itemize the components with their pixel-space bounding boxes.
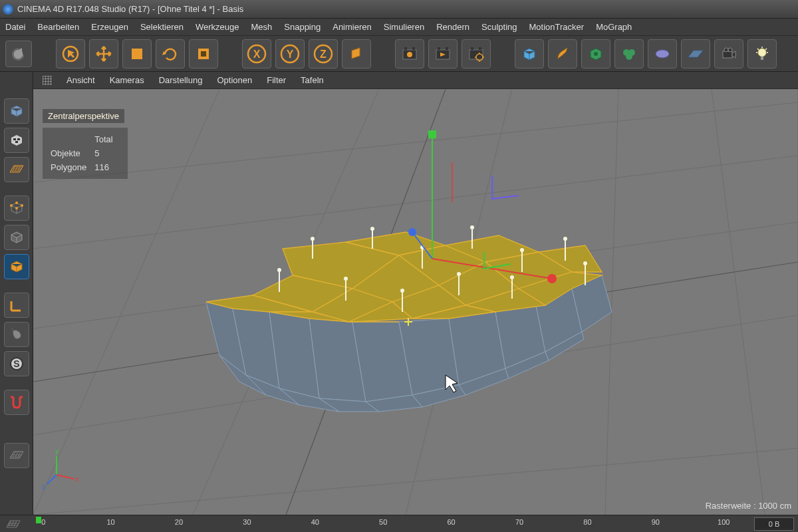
axis-z-button[interactable]: Z	[309, 39, 338, 68]
light-button[interactable]	[747, 39, 777, 68]
svg-point-35	[15, 201, 18, 204]
axis-tool-button[interactable]	[4, 293, 29, 318]
svg-rect-18	[471, 47, 473, 50]
menubar: Datei Bearbeiten Erzeugen Selektieren We…	[0, 19, 798, 36]
model-mode-button[interactable]	[4, 98, 29, 124]
menu-mograph[interactable]: MoGraph	[596, 22, 632, 32]
generator-button[interactable]	[581, 39, 610, 68]
floor-button[interactable]	[681, 39, 710, 68]
grid-size-label: Rasterweite : 1000 cm	[706, 501, 791, 511]
timeline: 0 10 20 30 40 50 60 70 80 90 100 0 B	[0, 515, 798, 532]
primitive-cube-button[interactable]	[515, 39, 544, 68]
window-title: CINEMA 4D R17.048 Studio (R17) - [Ohne T…	[17, 4, 243, 14]
deformer-button[interactable]	[614, 39, 644, 68]
svg-point-68	[564, 237, 567, 240]
snap-button[interactable]	[4, 390, 29, 415]
menu-werkzeuge[interactable]: Werkzeuge	[196, 22, 239, 32]
axis-y-button[interactable]: Y	[275, 39, 305, 68]
svg-point-76	[511, 276, 513, 279]
menu-rendern[interactable]: Rendern	[436, 22, 469, 32]
workplane-mode-button[interactable]	[4, 157, 29, 182]
svg-text:Y: Y	[287, 49, 294, 60]
svg-text:z: z	[42, 483, 45, 491]
menu-animieren[interactable]: Animieren	[332, 22, 372, 32]
menu-sculpting[interactable]: Sculpting	[481, 22, 517, 32]
svg-rect-15	[438, 47, 440, 50]
svg-rect-16	[446, 47, 448, 50]
viewport-menubar: Ansicht Kameras Darstellung Optionen Fil…	[33, 72, 798, 89]
points-mode-button[interactable]	[4, 196, 29, 221]
texture-mode-button[interactable]	[4, 128, 29, 153]
view-menu-darstellung[interactable]: Darstellung	[159, 75, 203, 85]
timeline-grid-icon[interactable]	[0, 519, 27, 529]
svg-rect-26	[723, 51, 732, 58]
svg-line-40	[33, 102, 798, 182]
svg-rect-12	[412, 47, 415, 50]
svg-point-70	[584, 262, 587, 265]
svg-text:X: X	[253, 49, 261, 60]
svg-point-37	[15, 207, 18, 209]
last-tool[interactable]	[189, 39, 218, 68]
menu-bearbeiten[interactable]: Bearbeiten	[37, 22, 79, 32]
menu-selektieren[interactable]: Selektieren	[140, 22, 184, 32]
svg-rect-1	[132, 49, 142, 59]
soft-select-button[interactable]: S	[4, 351, 29, 376]
viewport-grid-icon[interactable]	[43, 76, 52, 85]
render-settings-button[interactable]	[462, 39, 491, 68]
svg-rect-33	[15, 141, 18, 143]
view-menu-kameras[interactable]: Kameras	[110, 75, 144, 85]
viewport-label: Zentralperspektive	[43, 109, 124, 123]
rotate-tool[interactable]	[156, 39, 185, 68]
view-menu-ansicht[interactable]: Ansicht	[66, 75, 95, 85]
svg-line-44	[33, 448, 798, 515]
svg-line-88	[57, 475, 74, 479]
svg-line-49	[712, 89, 765, 515]
menu-mesh[interactable]: Mesh	[251, 22, 272, 32]
svg-point-13	[407, 52, 412, 57]
viewport-stats: Total Objekte5 Polygone116	[43, 128, 128, 179]
svg-text:S: S	[13, 358, 19, 369]
coord-system-button[interactable]	[342, 39, 371, 68]
svg-point-29	[758, 49, 766, 57]
svg-point-28	[728, 48, 732, 52]
axis-x-button[interactable]: X	[242, 39, 271, 68]
menu-motiontracker[interactable]: MotionTracker	[529, 22, 585, 32]
svg-text:Z: Z	[320, 49, 327, 60]
viewport-3d[interactable]: y x z Zentralperspektive Total Objekte5 …	[33, 89, 798, 515]
svg-point-24	[626, 53, 632, 60]
svg-rect-31	[13, 138, 16, 140]
menu-snapping[interactable]: Snapping	[284, 22, 321, 32]
undo-button[interactable]	[5, 41, 32, 67]
scale-tool[interactable]	[122, 39, 152, 68]
edges-mode-button[interactable]	[4, 225, 29, 250]
select-tool[interactable]	[56, 39, 85, 68]
camera-button[interactable]	[714, 39, 743, 68]
svg-rect-11	[404, 47, 407, 50]
menu-simulieren[interactable]: Simulieren	[384, 22, 424, 32]
polygons-mode-button[interactable]	[4, 254, 29, 279]
tweak-tool-button[interactable]	[4, 322, 29, 347]
menu-datei[interactable]: Datei	[5, 22, 25, 32]
move-tool[interactable]	[89, 39, 118, 68]
environment-button[interactable]	[648, 39, 677, 68]
svg-point-72	[458, 273, 460, 275]
menu-erzeugen[interactable]: Erzeugen	[91, 22, 128, 32]
view-menu-optionen[interactable]: Optionen	[217, 75, 252, 85]
render-image-button[interactable]	[395, 39, 424, 68]
view-menu-tafeln[interactable]: Tafeln	[301, 75, 324, 85]
svg-point-25	[656, 50, 669, 58]
timeline-ruler[interactable]: 0 10 20 30 40 50 60 70 80 90 100	[32, 515, 749, 532]
workplane-grid-button[interactable]	[4, 443, 29, 468]
svg-point-80	[547, 274, 557, 283]
svg-rect-3	[201, 51, 206, 57]
pen-tool-button[interactable]	[548, 39, 577, 68]
svg-point-34	[10, 204, 13, 207]
svg-point-56	[371, 227, 374, 230]
svg-rect-30	[761, 57, 763, 60]
svg-point-82	[408, 228, 416, 236]
toolbar: X Y Z	[0, 36, 798, 72]
svg-rect-19	[479, 47, 481, 50]
render-view-button[interactable]	[428, 39, 458, 68]
view-menu-filter[interactable]: Filter	[267, 75, 286, 85]
playhead[interactable]	[36, 517, 41, 523]
